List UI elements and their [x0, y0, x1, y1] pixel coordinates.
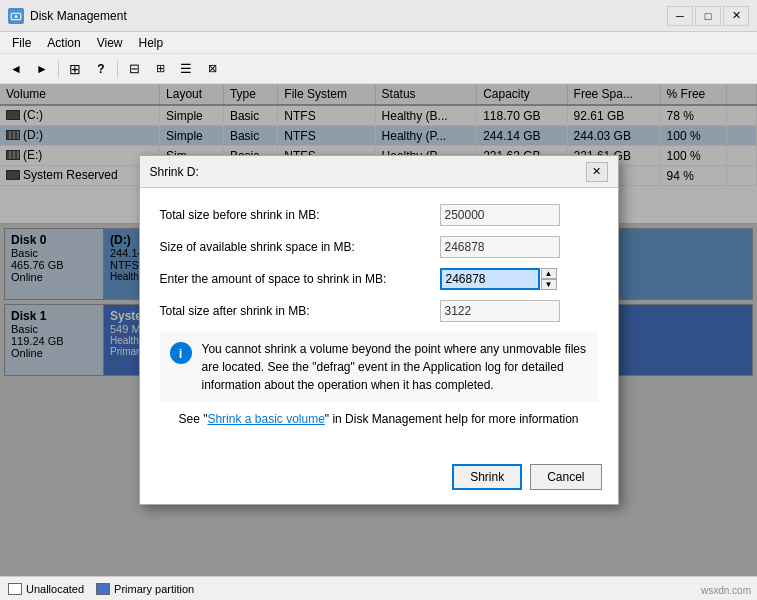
- window-controls: ─ □ ✕: [667, 6, 749, 26]
- help-post: " in Disk Management help for more infor…: [325, 412, 579, 426]
- dialog-title: Shrink D:: [150, 165, 199, 179]
- legend-unalloc-box: [8, 583, 22, 595]
- svg-point-2: [15, 15, 18, 18]
- form-row-total-before: Total size before shrink in MB:: [160, 204, 598, 226]
- label-total-before: Total size before shrink in MB:: [160, 208, 440, 222]
- dialog-close-button[interactable]: ✕: [586, 162, 608, 182]
- app-title: Disk Management: [30, 9, 127, 23]
- modal-overlay: Shrink D: ✕ Total size before shrink in …: [0, 84, 757, 576]
- legend-unalloc-label: Unallocated: [26, 583, 84, 595]
- shrink-button[interactable]: Shrink: [452, 464, 522, 490]
- toolbar-action2[interactable]: ⊞: [148, 57, 172, 81]
- title-bar-left: Disk Management: [8, 8, 127, 24]
- help-text: See "Shrink a basic volume" in Disk Mana…: [160, 412, 598, 426]
- form-row-total-after: Total size after shrink in MB:: [160, 300, 598, 322]
- menu-help[interactable]: Help: [131, 34, 172, 51]
- app-icon: [8, 8, 24, 24]
- spinner-wrap: ▲ ▼: [440, 268, 598, 290]
- menu-view[interactable]: View: [89, 34, 131, 51]
- input-shrink-amount[interactable]: [440, 268, 540, 290]
- main-area: Volume Layout Type File System Status Ca…: [0, 84, 757, 576]
- status-bar: Unallocated Primary partition wsxdn.com: [0, 576, 757, 600]
- toolbar-sep2: [117, 60, 118, 78]
- info-box: i You cannot shrink a volume beyond the …: [160, 332, 598, 402]
- value-total-after: [440, 300, 598, 322]
- dialog-body: Total size before shrink in MB: Size of …: [140, 188, 618, 456]
- toolbar-sep1: [58, 60, 59, 78]
- info-icon: i: [170, 342, 192, 364]
- help-pre: See ": [178, 412, 207, 426]
- legend-primary-label: Primary partition: [114, 583, 194, 595]
- menu-action[interactable]: Action: [39, 34, 88, 51]
- legend-primary: Primary partition: [96, 583, 194, 595]
- toolbar: ◄ ► ⊞ ? ⊟ ⊞ ☰ ⊠: [0, 54, 757, 84]
- title-bar: Disk Management ─ □ ✕: [0, 0, 757, 32]
- info-text: You cannot shrink a volume beyond the po…: [202, 340, 588, 394]
- spinner-buttons: ▲ ▼: [541, 268, 557, 290]
- toolbar-action4[interactable]: ⊠: [200, 57, 224, 81]
- close-button[interactable]: ✕: [723, 6, 749, 26]
- value-total-before: [440, 204, 598, 226]
- value-shrink-amount: ▲ ▼: [440, 268, 598, 290]
- toolbar-back[interactable]: ◄: [4, 57, 28, 81]
- maximize-button[interactable]: □: [695, 6, 721, 26]
- toolbar-action1[interactable]: ⊟: [122, 57, 146, 81]
- toolbar-help[interactable]: ?: [89, 57, 113, 81]
- toolbar-forward[interactable]: ►: [30, 57, 54, 81]
- menu-bar: File Action View Help: [0, 32, 757, 54]
- input-total-after: [440, 300, 560, 322]
- legend-primary-box: [96, 583, 110, 595]
- value-available: [440, 236, 598, 258]
- cancel-button[interactable]: Cancel: [530, 464, 601, 490]
- dialog-footer: Shrink Cancel: [140, 456, 618, 504]
- toolbar-action3[interactable]: ☰: [174, 57, 198, 81]
- label-shrink-amount: Enter the amount of space to shrink in M…: [160, 272, 440, 286]
- label-total-after: Total size after shrink in MB:: [160, 304, 440, 318]
- menu-file[interactable]: File: [4, 34, 39, 51]
- form-row-available: Size of available shrink space in MB:: [160, 236, 598, 258]
- form-row-shrink-amount: Enter the amount of space to shrink in M…: [160, 268, 598, 290]
- watermark: wsxdn.com: [701, 585, 751, 596]
- spin-down-button[interactable]: ▼: [541, 279, 557, 290]
- dialog-titlebar: Shrink D: ✕: [140, 156, 618, 188]
- input-total-before: [440, 204, 560, 226]
- toolbar-copy[interactable]: ⊞: [63, 57, 87, 81]
- label-available: Size of available shrink space in MB:: [160, 240, 440, 254]
- minimize-button[interactable]: ─: [667, 6, 693, 26]
- input-available: [440, 236, 560, 258]
- spin-up-button[interactable]: ▲: [541, 268, 557, 279]
- help-link[interactable]: Shrink a basic volume: [207, 412, 324, 426]
- shrink-dialog: Shrink D: ✕ Total size before shrink in …: [139, 155, 619, 505]
- legend-unallocated: Unallocated: [8, 583, 84, 595]
